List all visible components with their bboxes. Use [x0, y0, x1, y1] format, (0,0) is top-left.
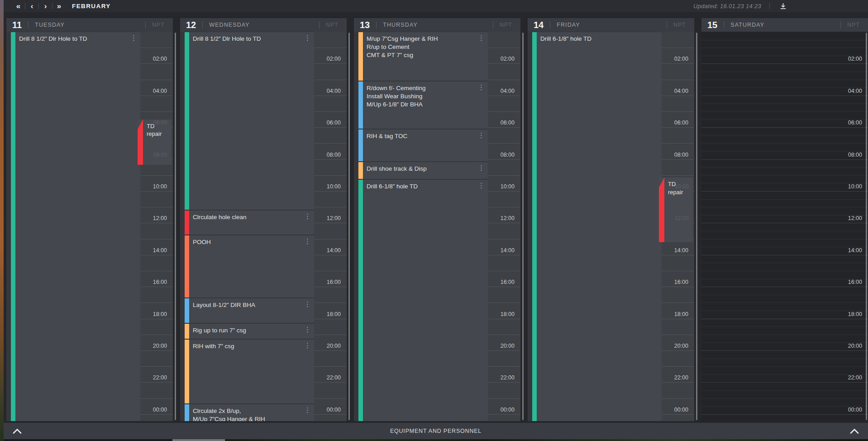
- time-label: 04:00: [142, 88, 167, 94]
- event-menu-icon[interactable]: ⋮: [478, 34, 485, 41]
- gridline: [140, 48, 173, 48]
- event-card[interactable]: RIH & tag TOC⋮: [358, 129, 488, 161]
- horizontal-scrollbar-thumb[interactable]: [172, 439, 225, 441]
- time-label: 04:00: [837, 88, 862, 94]
- npt-event-card[interactable]: 10:0012:00TDrepair: [659, 177, 693, 242]
- nav-jump-first-button[interactable]: «: [12, 0, 25, 12]
- nav-next-button[interactable]: ›: [39, 0, 52, 12]
- nav-prev-button[interactable]: ‹: [25, 0, 38, 12]
- time-label: 18:00: [663, 311, 688, 317]
- equipment-panel-bar[interactable]: EQUIPMENT AND PERSONNEL: [4, 423, 868, 439]
- event-card[interactable]: Clrculate 2x B/up,M/Up 7”Csg Hanger & RI…: [185, 404, 314, 421]
- column-scrollbar[interactable]: [866, 33, 867, 420]
- expand-panel-right-button[interactable]: [844, 423, 864, 439]
- time-label: 00:00: [316, 407, 341, 413]
- event-card[interactable]: POOH⋮: [185, 235, 314, 297]
- gridline: [701, 72, 868, 72]
- gridline: [314, 80, 347, 80]
- event-color-bar: [185, 32, 189, 210]
- time-label: 22:00: [490, 374, 515, 381]
- time-label: 18:00: [316, 311, 341, 317]
- nav-jump-last-button[interactable]: »: [52, 0, 66, 12]
- event-menu-icon[interactable]: ⋮: [304, 326, 311, 333]
- event-menu-icon[interactable]: ⋮: [478, 164, 485, 171]
- gridline: [662, 414, 694, 415]
- event-color-bar: [358, 180, 363, 421]
- equipment-panel-title: EQUIPMENT AND PERSONNEL: [390, 428, 482, 434]
- day-number: 13: [360, 20, 370, 30]
- gridline: [662, 80, 694, 80]
- column-scrollbar[interactable]: [348, 33, 350, 420]
- event-card[interactable]: M/up 7”Csg Hanger & RIHR/up to CementCMT…: [358, 32, 488, 81]
- gridline: [662, 287, 694, 287]
- gridline: [488, 96, 520, 96]
- event-title-line: CMT & PT 7” csg: [367, 51, 477, 59]
- gridline: [314, 223, 347, 223]
- gridline: [314, 63, 347, 64]
- gridline: [314, 382, 347, 383]
- month-title: FEBRUARY: [72, 3, 111, 10]
- npt-event-card[interactable]: 06:0008:00TDrepair: [138, 120, 172, 165]
- event-card[interactable]: Clrculate hole clean⋮: [185, 211, 314, 235]
- gridline: [140, 335, 173, 335]
- gridline: [488, 398, 520, 399]
- event-menu-icon[interactable]: ⋮: [478, 84, 485, 91]
- event-card[interactable]: Drill 8 1/2” Dlr Hole to TD⋮: [185, 32, 314, 210]
- event-menu-icon[interactable]: ⋮: [478, 182, 485, 189]
- gridline: [701, 167, 868, 168]
- event-menu-icon[interactable]: ⋮: [304, 213, 311, 220]
- event-title: Rig up to run 7” csg: [193, 326, 303, 335]
- column-scrollbar[interactable]: [175, 33, 176, 420]
- download-button[interactable]: [777, 0, 789, 12]
- gridline: [140, 302, 173, 303]
- column-scrollbar[interactable]: [522, 33, 524, 420]
- time-label: 00:00: [490, 407, 515, 413]
- event-card[interactable]: Drill shoe track & Disp⋮: [358, 162, 488, 179]
- time-label: 18:00: [490, 311, 515, 317]
- gridline: [662, 127, 694, 128]
- event-menu-icon[interactable]: ⋮: [304, 407, 311, 413]
- event-card[interactable]: RIH with 7” csg⋮: [185, 340, 314, 403]
- gridline: [488, 414, 520, 415]
- day-number: 11: [12, 20, 22, 30]
- divider: [319, 22, 320, 29]
- event-card[interactable]: Drill 6-1/8” hole TD⋮: [358, 180, 488, 421]
- event-title-line: Clrculate 2x B/up,: [193, 407, 303, 415]
- double-chevron-left-icon: «: [16, 2, 20, 10]
- time-label: 20:00: [663, 343, 688, 349]
- event-menu-icon[interactable]: ⋮: [304, 34, 311, 41]
- event-color-bar: [358, 162, 363, 179]
- column-scrollbar[interactable]: [696, 33, 697, 420]
- gridline: [140, 271, 173, 271]
- gridline: [488, 319, 520, 319]
- event-menu-icon[interactable]: ⋮: [130, 34, 137, 41]
- event-menu-icon[interactable]: ⋮: [304, 301, 311, 307]
- weekday-name: SATURDAY: [730, 22, 840, 28]
- gridline: [701, 414, 868, 415]
- event-card[interactable]: Drill 6-1/8” hole TD: [532, 32, 662, 421]
- event-color-bar: [185, 235, 189, 297]
- event-card[interactable]: R/down f/- CementingInstall Wear Bushing…: [358, 81, 488, 129]
- event-card[interactable]: Drill 8 1/2” Dlr Hole to TD⋮: [11, 32, 140, 421]
- event-menu-icon[interactable]: ⋮: [478, 132, 485, 139]
- gridline: [701, 96, 868, 96]
- event-title-line: Drill 8 1/2” Dlr Hole to TD: [19, 35, 129, 43]
- day-header: 11TUESDAYNPT: [6, 18, 173, 32]
- event-menu-icon[interactable]: ⋮: [304, 342, 311, 349]
- time-label: 10:00: [142, 183, 167, 190]
- gridline: [488, 271, 520, 271]
- event-title-line: RIH with 7” csg: [193, 342, 303, 350]
- gridline: [662, 398, 694, 399]
- day-column-14: 14FRIDAYNPT02:0004:0006:0008:0010:0012:0…: [528, 18, 694, 421]
- gridline: [662, 335, 694, 335]
- event-card[interactable]: Layout 8-1/2” DIR BHA⋮: [185, 298, 314, 323]
- time-label: 20:00: [142, 343, 167, 349]
- time-label: 18:00: [837, 311, 862, 317]
- gridline: [701, 366, 868, 367]
- gridline: [314, 319, 347, 319]
- event-title-line: Layout 8-1/2” DIR BHA: [193, 301, 303, 309]
- expand-panel-left-button[interactable]: [7, 423, 27, 439]
- event-card[interactable]: Rig up to run 7” csg⋮: [185, 324, 314, 339]
- time-label: 06:00: [316, 120, 341, 126]
- event-menu-icon[interactable]: ⋮: [304, 238, 311, 244]
